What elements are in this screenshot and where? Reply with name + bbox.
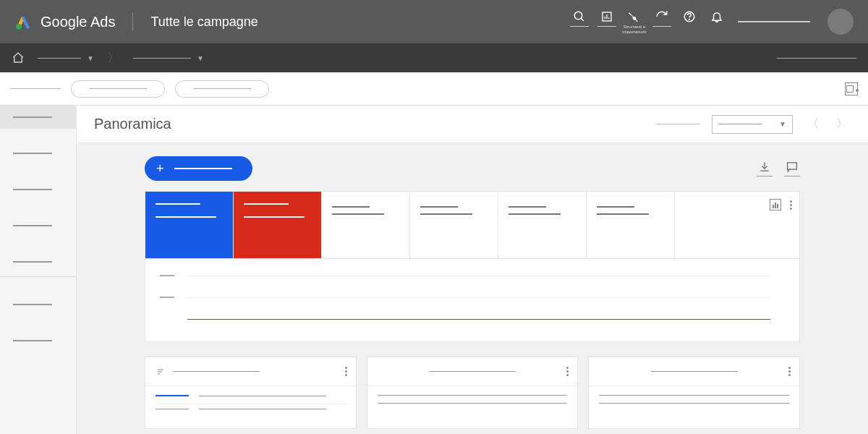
filter-pill-2[interactable] bbox=[175, 80, 269, 98]
metric-card-6[interactable] bbox=[587, 192, 675, 258]
breadcrumb-item-1[interactable]: ▼ bbox=[32, 54, 100, 62]
metric-card-2[interactable] bbox=[234, 192, 322, 258]
sidebar-item-2[interactable] bbox=[0, 142, 76, 165]
google-ads-logo-icon bbox=[14, 13, 32, 30]
sidebar-item-6[interactable] bbox=[0, 293, 76, 316]
date-range-select[interactable]: ▼ bbox=[712, 115, 793, 134]
metric-card-5[interactable] bbox=[498, 192, 587, 258]
logo-area: Google Ads bbox=[14, 13, 115, 30]
svg-point-8 bbox=[689, 19, 690, 20]
metric-card-4[interactable] bbox=[410, 192, 498, 258]
reports-button[interactable] bbox=[595, 9, 619, 27]
wrench-icon bbox=[627, 9, 642, 24]
reports-icon bbox=[600, 9, 614, 24]
main-content: Panoramica ▼ 〈 〉 + bbox=[77, 106, 868, 434]
home-icon[interactable] bbox=[12, 51, 25, 64]
refresh-icon bbox=[655, 9, 669, 24]
card-title-placeholder bbox=[429, 371, 516, 372]
summary-cards-row bbox=[145, 357, 800, 429]
page-title-row: Panoramica ▼ 〈 〉 bbox=[77, 106, 868, 143]
breadcrumb-separator: 〉 bbox=[107, 49, 120, 67]
help-button[interactable] bbox=[677, 9, 702, 24]
sidebar-item-overview[interactable] bbox=[0, 106, 76, 129]
list-item[interactable] bbox=[378, 395, 568, 396]
filter-pill-1[interactable] bbox=[71, 80, 165, 98]
list-item[interactable] bbox=[599, 395, 789, 396]
sidebar-item-4[interactable] bbox=[0, 214, 76, 237]
chart-type-button[interactable] bbox=[770, 199, 781, 210]
breadcrumb-bar: ▼ 〉 ▼ bbox=[0, 43, 868, 72]
sidebar-item-3[interactable] bbox=[0, 178, 76, 201]
metrics-card bbox=[145, 191, 800, 259]
date-next-button[interactable]: 〉 bbox=[833, 116, 851, 132]
metrics-more-button[interactable] bbox=[790, 200, 792, 210]
search-button[interactable] bbox=[567, 9, 592, 27]
bell-icon bbox=[710, 9, 724, 24]
top-header: Google Ads Tutte le campagne Strumenti e… bbox=[0, 0, 868, 43]
plus-icon: + bbox=[156, 161, 164, 176]
svg-line-2 bbox=[581, 18, 584, 21]
card-more-button[interactable] bbox=[345, 367, 347, 376]
list-item[interactable] bbox=[378, 403, 568, 404]
date-label-placeholder bbox=[657, 124, 700, 124]
help-icon bbox=[682, 9, 697, 24]
new-campaign-button[interactable]: + bbox=[145, 156, 252, 181]
page-title: Panoramica bbox=[94, 116, 171, 132]
breadcrumb-right-placeholder bbox=[777, 58, 856, 59]
card-more-button[interactable] bbox=[566, 367, 569, 376]
avatar[interactable] bbox=[827, 9, 854, 35]
tools-button[interactable]: Strumenti e impostazioni bbox=[622, 9, 647, 34]
sidebar-item-5[interactable] bbox=[0, 250, 76, 273]
tools-label: Strumenti e impostazioni bbox=[622, 25, 647, 34]
summary-card-2 bbox=[367, 357, 579, 429]
notifications-button[interactable] bbox=[705, 9, 729, 24]
metric-card-3[interactable] bbox=[322, 192, 410, 258]
chart-area bbox=[145, 259, 800, 342]
filter-bar bbox=[0, 72, 868, 106]
svg-rect-9 bbox=[847, 86, 854, 93]
sidebar bbox=[0, 106, 77, 434]
refresh-button[interactable] bbox=[650, 9, 674, 27]
card-more-button[interactable] bbox=[788, 367, 791, 376]
card-title-placeholder bbox=[173, 371, 260, 372]
search-icon bbox=[572, 9, 587, 24]
metric-card-1[interactable] bbox=[145, 192, 234, 258]
card-title-placeholder bbox=[651, 371, 738, 372]
download-button[interactable] bbox=[757, 161, 773, 176]
sidebar-item-7[interactable] bbox=[0, 329, 76, 352]
divider bbox=[132, 12, 133, 31]
action-row: + bbox=[145, 156, 800, 181]
header-subtitle: Tutte le campagne bbox=[150, 14, 258, 30]
list-item[interactable] bbox=[156, 409, 346, 409]
date-prev-button[interactable]: 〈 bbox=[804, 116, 822, 132]
header-toolbar: Strumenti e impostazioni bbox=[567, 9, 729, 34]
product-name: Google Ads bbox=[41, 14, 115, 30]
svg-point-0 bbox=[16, 24, 22, 30]
svg-rect-10 bbox=[788, 163, 797, 169]
summary-card-1 bbox=[145, 357, 357, 429]
summary-card-3 bbox=[588, 357, 800, 429]
filter-label-placeholder bbox=[10, 88, 61, 89]
list-item[interactable] bbox=[599, 403, 789, 404]
svg-point-1 bbox=[574, 12, 582, 20]
breadcrumb-item-2[interactable]: ▼ bbox=[127, 54, 210, 62]
save-view-button[interactable] bbox=[845, 82, 858, 95]
account-label-placeholder bbox=[738, 21, 810, 22]
feedback-button[interactable] bbox=[784, 161, 800, 176]
list-header bbox=[156, 395, 346, 396]
sort-icon bbox=[156, 367, 166, 376]
